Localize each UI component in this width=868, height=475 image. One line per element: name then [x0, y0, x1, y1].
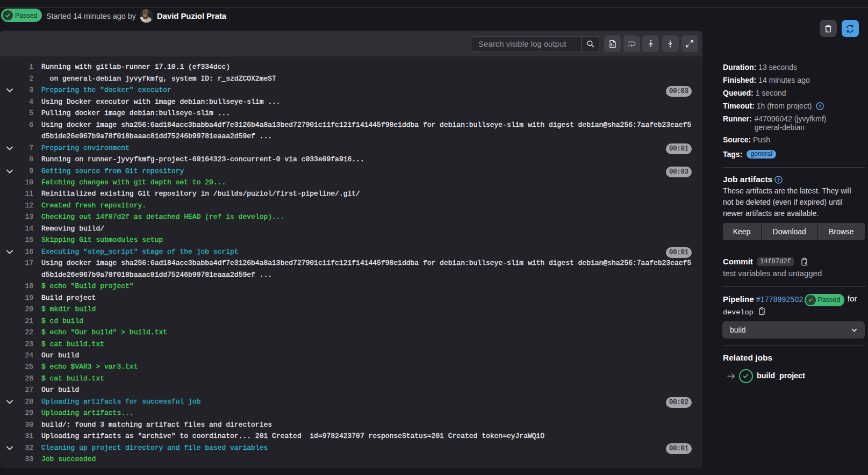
svg-text:?: ?	[777, 177, 780, 183]
svg-text:?: ?	[819, 104, 821, 109]
